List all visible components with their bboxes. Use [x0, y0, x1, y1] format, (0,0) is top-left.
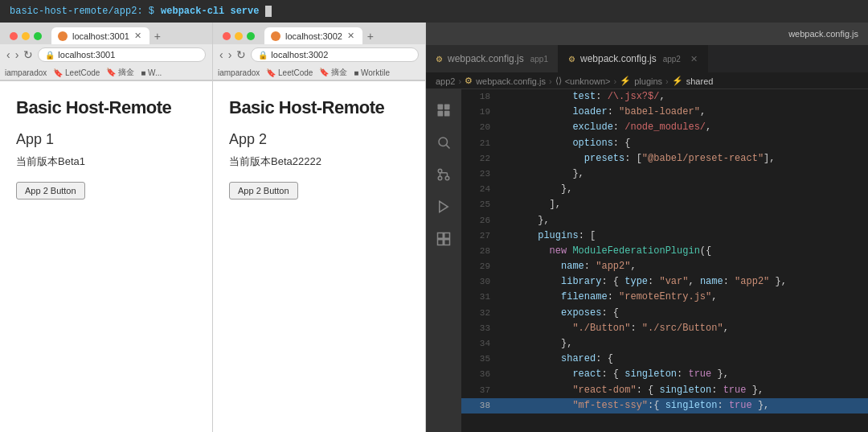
breadcrumb-icon: ⚙ [465, 76, 473, 86]
app-name-1: App 1 [16, 131, 196, 148]
traffic-lights-2 [218, 32, 260, 40]
activity-bar [426, 89, 461, 432]
back-button-1[interactable]: ‹ [6, 48, 10, 61]
terminal-cursor [265, 6, 272, 17]
bookmark-leetcode-2[interactable]: 🔖 LeetCode [266, 68, 313, 77]
minimize-button-1[interactable] [22, 32, 30, 40]
close-button-1[interactable] [10, 32, 18, 40]
vscode-titlebar: webpack.config.js [426, 23, 868, 45]
code-line-36: 36 react: { singleton: true }, [461, 367, 868, 382]
svg-point-6 [445, 176, 449, 180]
tab-close-2[interactable]: ✕ [347, 31, 354, 41]
svg-rect-3 [444, 111, 450, 117]
svg-point-8 [438, 176, 442, 180]
bookmarks-bar-1: iamparadox 🔖 LeetCode 🔖 摘金 ■ W... [0, 65, 212, 80]
code-line-28: 28 new ModuleFederationPlugin({ [461, 244, 868, 259]
tab-close-1[interactable]: ✕ [134, 31, 141, 41]
bookmark-w-1[interactable]: ■ W... [141, 68, 162, 77]
explorer-icon[interactable] [429, 96, 458, 125]
app-name-2: App 2 [229, 131, 409, 148]
browser-panel-1: localhost:3001 ✕ + ‹ › ↻ 🔒 localhost:300… [0, 23, 213, 432]
svg-rect-11 [438, 233, 444, 239]
code-line-19: 19 loader: "babel-loader", [461, 105, 868, 120]
main-layout: localhost:3001 ✕ + ‹ › ↻ 🔒 localhost:300… [0, 23, 868, 432]
bookmark-iamparadox-1[interactable]: iamparadox [5, 68, 47, 77]
vscode-tab-app2[interactable]: ⚙ webpack.config.js app2 ✕ [559, 45, 708, 72]
browser-toolbar-2: ‹ › ↻ 🔒 localhost:3002 [213, 44, 425, 65]
browser-chrome-1: localhost:3001 ✕ + ‹ › ↻ 🔒 localhost:300… [0, 23, 212, 81]
bookmark-zhaijin-2[interactable]: 🔖 摘金 [319, 67, 347, 78]
new-tab-button-1[interactable]: + [149, 28, 166, 44]
breadcrumb-file[interactable]: webpack.config.js [476, 76, 546, 86]
new-tab-button-2[interactable]: + [362, 28, 379, 44]
tab-title-1: localhost:3001 [72, 31, 129, 41]
maximize-button-2[interactable] [247, 32, 255, 40]
bookmark-worktile-2[interactable]: ■ Worktile [354, 68, 390, 77]
extensions-icon[interactable] [429, 224, 458, 253]
code-line-26: 26 }, [461, 213, 868, 228]
breadcrumb-app2[interactable]: app2 [436, 76, 455, 86]
vscode-panel: webpack.config.js ⚙ webpack.config.js ap… [426, 23, 868, 432]
vscode-title: webpack.config.js [788, 29, 858, 39]
code-line-37: 37 "react-dom": { singleton: true }, [461, 383, 868, 398]
code-line-30: 30 library: { type: "var", name: "app2" … [461, 274, 868, 290]
browser-content-1: Basic Host-Remote App 1 当前版本Beta1 App 2 … [0, 81, 212, 432]
code-line-32: 32 exposes: { [461, 306, 868, 321]
traffic-lights-1 [5, 32, 47, 40]
forward-button-1[interactable]: › [15, 48, 19, 61]
code-line-25: 25 ], [461, 197, 868, 212]
vscode-editor: 18 test: /\.jsx?$/, 19 loader: "babel-lo… [426, 89, 868, 432]
app-button-1[interactable]: App 2 Button [16, 182, 85, 200]
tab-file-icon-1: ⚙ [436, 55, 443, 64]
back-button-2[interactable]: ‹ [219, 48, 223, 61]
breadcrumb-brackets: ⟨⟩ [555, 76, 562, 86]
svg-rect-1 [444, 105, 450, 110]
vscode-tabs: ⚙ webpack.config.js app1 ⚙ webpack.confi… [426, 45, 868, 73]
app-main-title-2: Basic Host-Remote [229, 97, 409, 118]
breadcrumb-unknown[interactable]: <unknown> [565, 76, 611, 86]
browser-tab-1[interactable]: localhost:3001 ✕ [51, 27, 149, 44]
search-icon[interactable] [429, 128, 458, 157]
svg-rect-2 [438, 111, 444, 117]
maximize-button-1[interactable] [34, 32, 42, 40]
code-line-31: 31 filename: "remoteEntry.js", [461, 290, 868, 305]
breadcrumb-plugins[interactable]: plugins [634, 76, 662, 86]
close-button-2[interactable] [223, 32, 231, 40]
terminal-bar: basic-host-remote/app2: $ webpack-cli se… [0, 0, 868, 23]
browser-toolbar-1: ‹ › ↻ 🔒 localhost:3001 [0, 44, 212, 65]
breadcrumb-shared[interactable]: shared [686, 76, 714, 86]
terminal-prompt: basic-host-remote/app2: $ [10, 6, 154, 17]
svg-marker-10 [440, 201, 448, 212]
git-icon[interactable] [429, 160, 458, 189]
bookmark-zhaijin-1[interactable]: 🔖 摘金 [106, 67, 134, 78]
code-line-34: 34 }, [461, 336, 868, 352]
reload-button-1[interactable]: ↻ [23, 48, 33, 61]
debug-icon[interactable] [429, 192, 458, 221]
forward-button-2[interactable]: › [228, 48, 232, 61]
tab-favicon-2 [271, 31, 280, 41]
vscode-tab-context-1: app1 [530, 55, 548, 64]
app-button-2[interactable]: App 2 Button [229, 182, 298, 200]
code-line-24: 24 }, [461, 182, 868, 197]
code-line-27: 27 plugins: [ [461, 228, 868, 244]
bookmark-leetcode-1[interactable]: 🔖 LeetCode [53, 68, 100, 77]
browser-chrome-2: localhost:3002 ✕ + ‹ › ↻ 🔒 localhost:300… [213, 23, 425, 81]
browser-content-2: Basic Host-Remote App 2 当前版本Beta22222 Ap… [213, 81, 425, 432]
bookmark-iamparadox-2[interactable]: iamparadox [218, 68, 260, 77]
vscode-tab-label-1: webpack.config.js [448, 53, 524, 64]
vscode-tab-app1[interactable]: ⚙ webpack.config.js app1 [426, 45, 559, 72]
code-line-35: 35 shared: { [461, 352, 868, 367]
address-bar-2[interactable]: 🔒 localhost:3002 [251, 47, 419, 62]
minimize-button-2[interactable] [235, 32, 243, 40]
browsers-container: localhost:3001 ✕ + ‹ › ↻ 🔒 localhost:300… [0, 23, 426, 432]
svg-point-4 [439, 138, 448, 146]
lock-icon-1: 🔒 [45, 51, 55, 60]
address-url-1: localhost:3001 [58, 50, 115, 60]
code-editor[interactable]: 18 test: /\.jsx?$/, 19 loader: "babel-lo… [461, 89, 868, 432]
browser-tab-2[interactable]: localhost:3002 ✕ [264, 27, 362, 44]
code-line-20: 20 exclude: /node_modules/, [461, 120, 868, 135]
address-bar-1[interactable]: 🔒 localhost:3001 [38, 47, 206, 62]
reload-button-2[interactable]: ↻ [236, 48, 246, 61]
app-main-title-1: Basic Host-Remote [16, 97, 196, 118]
vscode-tab-close-2[interactable]: ✕ [690, 54, 698, 64]
